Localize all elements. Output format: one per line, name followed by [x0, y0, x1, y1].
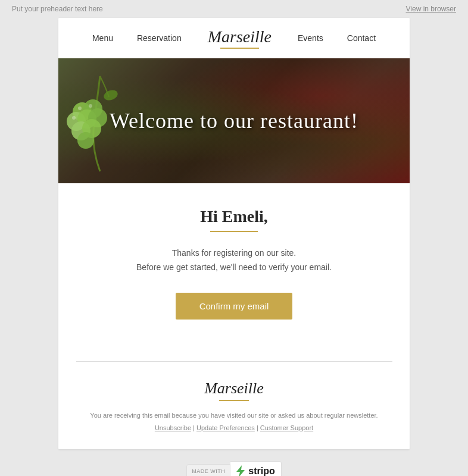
hero-section: Welcome to our restaurant!	[58, 58, 410, 183]
unsubscribe-link[interactable]: Unsubscribe	[155, 424, 191, 431]
stripo-badge: MADE WITH stripo	[186, 461, 281, 476]
footer-logo: Marseille	[82, 380, 386, 401]
view-in-browser-link[interactable]: View in browser	[406, 5, 456, 13]
confirm-email-button[interactable]: Confirm my email	[176, 293, 293, 320]
nav-bar: Menu Reservation Marseille Events Contac…	[58, 18, 410, 58]
svg-point-9	[78, 107, 82, 110]
body-line-1: Thanks for registering on our site.	[172, 248, 297, 258]
greeting-underline	[210, 231, 258, 232]
svg-point-8	[77, 132, 94, 149]
nav-reservation[interactable]: Reservation	[125, 33, 194, 43]
svg-point-11	[72, 116, 76, 120]
greeting-text: Hi Emeli,	[94, 207, 374, 226]
stripo-icon	[236, 465, 246, 476]
stripo-logo: stripo	[230, 461, 281, 476]
body-text: Thanks for registering on our site. Befo…	[94, 246, 374, 275]
footer-links: Unsubscribe | Update Preferences | Custo…	[82, 424, 386, 431]
stripo-made-with-label: MADE WITH	[186, 464, 230, 476]
nav-logo: Marseille	[194, 27, 286, 49]
nav-menu[interactable]: Menu	[80, 33, 125, 43]
top-bar: Put your preheader text here View in bro…	[0, 0, 468, 18]
customer-support-link[interactable]: Customer Support	[260, 424, 313, 431]
email-container: Menu Reservation Marseille Events Contac…	[58, 18, 410, 449]
stripo-made-with-text: MADE WITH	[192, 468, 225, 474]
email-wrapper: Put your preheader text here View in bro…	[0, 0, 468, 476]
hero-headline: Welcome to our restaurant!	[110, 108, 358, 133]
body-line-2: Before we get started, we'll need to ver…	[136, 262, 332, 272]
stripo-brand-text: stripo	[248, 466, 274, 476]
nav-events[interactable]: Events	[286, 33, 335, 43]
nav-contact[interactable]: Contact	[335, 33, 388, 43]
footer-section: Marseille You are receiving this email b…	[58, 362, 410, 450]
svg-point-0	[102, 88, 119, 102]
svg-point-10	[89, 104, 92, 108]
update-preferences-link[interactable]: Update Preferences	[196, 424, 255, 431]
footer-notice: You are receiving this email because you…	[82, 411, 386, 421]
main-content: Hi Emeli, Thanks for registering on our …	[58, 183, 410, 343]
preheader-text: Put your preheader text here	[12, 5, 103, 13]
